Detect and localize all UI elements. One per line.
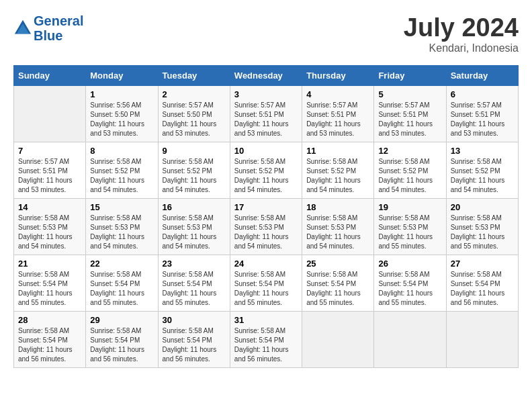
calendar-week-row: 14Sunrise: 5:58 AM Sunset: 5:53 PM Dayli… <box>14 199 519 255</box>
day-number: 14 <box>18 202 81 212</box>
logo-text-line1: General <box>34 13 83 28</box>
calendar-cell: 11Sunrise: 5:58 AM Sunset: 5:52 PM Dayli… <box>302 142 374 199</box>
calendar-cell: 8Sunrise: 5:58 AM Sunset: 5:52 PM Daylig… <box>86 142 158 199</box>
calendar-cell: 31Sunrise: 5:58 AM Sunset: 5:54 PM Dayli… <box>230 312 302 368</box>
day-number: 16 <box>163 202 226 212</box>
day-number: 10 <box>234 146 298 156</box>
day-info: Sunrise: 5:58 AM Sunset: 5:52 PM Dayligh… <box>451 157 514 195</box>
weekday-header: Friday <box>374 66 446 86</box>
day-info: Sunrise: 5:57 AM Sunset: 5:51 PM Dayligh… <box>18 157 81 195</box>
calendar-cell: 24Sunrise: 5:58 AM Sunset: 5:54 PM Dayli… <box>230 255 302 312</box>
calendar-cell: 1Sunrise: 5:56 AM Sunset: 5:50 PM Daylig… <box>86 86 158 142</box>
day-info: Sunrise: 5:58 AM Sunset: 5:52 PM Dayligh… <box>90 157 153 195</box>
calendar-table: SundayMondayTuesdayWednesdayThursdayFrid… <box>13 65 519 368</box>
day-info: Sunrise: 5:56 AM Sunset: 5:50 PM Dayligh… <box>90 101 153 138</box>
day-number: 13 <box>451 146 514 156</box>
calendar-cell: 20Sunrise: 5:58 AM Sunset: 5:53 PM Dayli… <box>446 199 518 255</box>
calendar-cell: 6Sunrise: 5:57 AM Sunset: 5:51 PM Daylig… <box>446 86 518 142</box>
day-number: 19 <box>378 202 441 212</box>
calendar-week-row: 28Sunrise: 5:58 AM Sunset: 5:54 PM Dayli… <box>14 312 519 368</box>
day-number: 25 <box>306 259 369 269</box>
day-number: 6 <box>451 89 514 99</box>
logo: General Blue <box>13 13 83 43</box>
day-number: 21 <box>18 259 81 269</box>
calendar-cell: 3Sunrise: 5:57 AM Sunset: 5:51 PM Daylig… <box>230 86 302 142</box>
day-number: 22 <box>90 259 153 269</box>
day-info: Sunrise: 5:58 AM Sunset: 5:52 PM Dayligh… <box>306 157 369 195</box>
calendar-cell: 25Sunrise: 5:58 AM Sunset: 5:54 PM Dayli… <box>302 255 374 312</box>
day-number: 24 <box>234 259 298 269</box>
calendar-cell: 17Sunrise: 5:58 AM Sunset: 5:53 PM Dayli… <box>230 199 302 255</box>
day-number: 4 <box>306 89 369 99</box>
day-number: 15 <box>90 202 153 212</box>
day-info: Sunrise: 5:58 AM Sunset: 5:54 PM Dayligh… <box>90 270 153 308</box>
calendar-cell: 14Sunrise: 5:58 AM Sunset: 5:53 PM Dayli… <box>14 199 86 255</box>
page-subtitle: Kendari, Indonesia <box>404 42 519 54</box>
calendar-cell: 2Sunrise: 5:57 AM Sunset: 5:50 PM Daylig… <box>158 86 230 142</box>
day-number: 7 <box>18 146 81 156</box>
calendar-cell: 7Sunrise: 5:57 AM Sunset: 5:51 PM Daylig… <box>14 142 86 199</box>
calendar-week-row: 1Sunrise: 5:56 AM Sunset: 5:50 PM Daylig… <box>14 86 519 142</box>
day-info: Sunrise: 5:58 AM Sunset: 5:53 PM Dayligh… <box>18 214 81 251</box>
weekday-header: Sunday <box>14 66 86 86</box>
day-info: Sunrise: 5:58 AM Sunset: 5:53 PM Dayligh… <box>306 214 369 251</box>
day-info: Sunrise: 5:58 AM Sunset: 5:54 PM Dayligh… <box>451 270 514 308</box>
day-info: Sunrise: 5:57 AM Sunset: 5:51 PM Dayligh… <box>234 101 298 138</box>
calendar-cell: 22Sunrise: 5:58 AM Sunset: 5:54 PM Dayli… <box>86 255 158 312</box>
weekday-header: Saturday <box>446 66 518 86</box>
calendar-cell: 18Sunrise: 5:58 AM Sunset: 5:53 PM Dayli… <box>302 199 374 255</box>
day-info: Sunrise: 5:58 AM Sunset: 5:53 PM Dayligh… <box>451 214 514 251</box>
day-number: 12 <box>378 146 441 156</box>
day-number: 31 <box>234 315 298 325</box>
calendar-cell: 30Sunrise: 5:58 AM Sunset: 5:54 PM Dayli… <box>158 312 230 368</box>
day-number: 3 <box>234 89 298 99</box>
calendar-cell <box>14 86 86 142</box>
day-number: 2 <box>163 89 226 99</box>
calendar-cell: 21Sunrise: 5:58 AM Sunset: 5:54 PM Dayli… <box>14 255 86 312</box>
calendar-cell <box>302 312 374 368</box>
day-number: 8 <box>90 146 153 156</box>
day-number: 27 <box>451 259 514 269</box>
day-number: 18 <box>306 202 369 212</box>
calendar-cell: 23Sunrise: 5:58 AM Sunset: 5:54 PM Dayli… <box>158 255 230 312</box>
calendar-week-row: 7Sunrise: 5:57 AM Sunset: 5:51 PM Daylig… <box>14 142 519 199</box>
day-info: Sunrise: 5:58 AM Sunset: 5:54 PM Dayligh… <box>163 326 226 364</box>
calendar-cell <box>446 312 518 368</box>
day-number: 23 <box>163 259 226 269</box>
calendar-cell: 13Sunrise: 5:58 AM Sunset: 5:52 PM Dayli… <box>446 142 518 199</box>
weekday-header: Wednesday <box>230 66 302 86</box>
day-info: Sunrise: 5:57 AM Sunset: 5:50 PM Dayligh… <box>163 101 226 138</box>
day-number: 29 <box>90 315 153 325</box>
day-info: Sunrise: 5:58 AM Sunset: 5:54 PM Dayligh… <box>90 326 153 364</box>
day-number: 20 <box>451 202 514 212</box>
day-info: Sunrise: 5:58 AM Sunset: 5:53 PM Dayligh… <box>90 214 153 251</box>
day-number: 1 <box>90 89 153 99</box>
day-info: Sunrise: 5:58 AM Sunset: 5:52 PM Dayligh… <box>163 157 226 195</box>
weekday-header: Tuesday <box>158 66 230 86</box>
day-info: Sunrise: 5:58 AM Sunset: 5:54 PM Dayligh… <box>378 270 441 308</box>
calendar-cell: 9Sunrise: 5:58 AM Sunset: 5:52 PM Daylig… <box>158 142 230 199</box>
day-info: Sunrise: 5:58 AM Sunset: 5:52 PM Dayligh… <box>234 157 298 195</box>
day-number: 5 <box>378 89 441 99</box>
day-info: Sunrise: 5:58 AM Sunset: 5:52 PM Dayligh… <box>378 157 441 195</box>
weekday-header: Thursday <box>302 66 374 86</box>
calendar-cell: 5Sunrise: 5:57 AM Sunset: 5:51 PM Daylig… <box>374 86 446 142</box>
day-info: Sunrise: 5:58 AM Sunset: 5:54 PM Dayligh… <box>306 270 369 308</box>
day-info: Sunrise: 5:58 AM Sunset: 5:53 PM Dayligh… <box>378 214 441 251</box>
calendar-cell: 10Sunrise: 5:58 AM Sunset: 5:52 PM Dayli… <box>230 142 302 199</box>
logo-icon <box>13 19 32 38</box>
day-number: 11 <box>306 146 369 156</box>
day-info: Sunrise: 5:57 AM Sunset: 5:51 PM Dayligh… <box>451 101 514 138</box>
day-number: 9 <box>163 146 226 156</box>
calendar-cell: 19Sunrise: 5:58 AM Sunset: 5:53 PM Dayli… <box>374 199 446 255</box>
day-info: Sunrise: 5:57 AM Sunset: 5:51 PM Dayligh… <box>378 101 441 138</box>
day-info: Sunrise: 5:58 AM Sunset: 5:54 PM Dayligh… <box>18 270 81 308</box>
page-title: July 2024 <box>404 13 519 42</box>
day-number: 17 <box>234 202 298 212</box>
calendar-cell: 15Sunrise: 5:58 AM Sunset: 5:53 PM Dayli… <box>86 199 158 255</box>
logo-text-line2: Blue <box>34 28 83 43</box>
calendar-header-row: SundayMondayTuesdayWednesdayThursdayFrid… <box>14 66 519 86</box>
calendar-cell: 29Sunrise: 5:58 AM Sunset: 5:54 PM Dayli… <box>86 312 158 368</box>
day-info: Sunrise: 5:58 AM Sunset: 5:54 PM Dayligh… <box>163 270 226 308</box>
calendar-week-row: 21Sunrise: 5:58 AM Sunset: 5:54 PM Dayli… <box>14 255 519 312</box>
